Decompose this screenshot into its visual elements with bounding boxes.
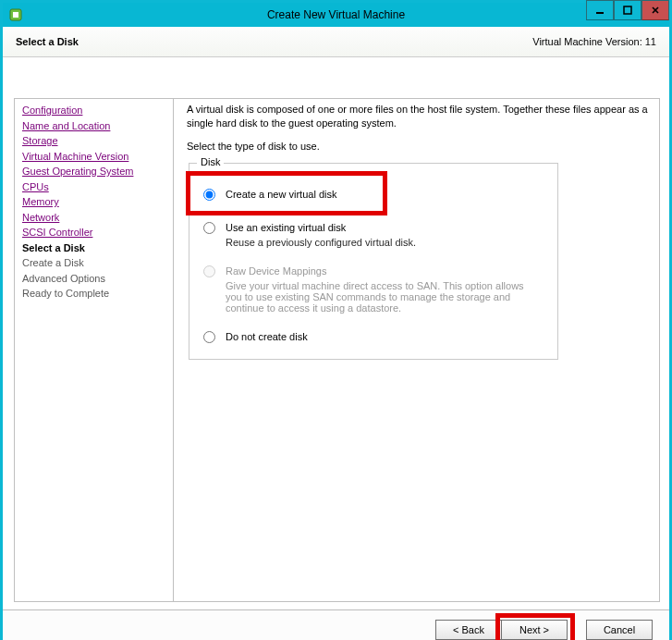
intro-text-2: Select the type of disk to use. [187,140,650,154]
intro-text-1: A virtual disk is composed of one or mor… [187,103,650,130]
step-advanced-options: Advanced Options [22,271,167,287]
step-select-disk: Select a Disk [22,240,167,256]
wizard-content: A virtual disk is composed of one or mor… [173,98,660,602]
radio-do-not-create-disk-label: Do not create disk [226,330,308,343]
back-button[interactable]: < Back [435,620,502,640]
radio-use-existing-disk-label: Use an existing virtual disk [226,221,416,234]
radio-raw-device-mappings-label: Raw Device Mappings [226,265,531,277]
radio-create-new-disk[interactable] [203,189,215,201]
wizard-header: Select a Disk Virtual Machine Version: 1… [3,27,669,57]
svg-rect-2 [596,12,604,14]
step-name-location[interactable]: Name and Location [22,118,167,134]
next-button[interactable]: Next > [501,620,568,640]
radio-use-existing-disk[interactable] [203,222,215,234]
window-title: Create New Virtual Machine [3,8,669,21]
step-network[interactable]: Network [22,210,167,226]
maximize-button[interactable] [614,0,641,20]
radio-raw-device-mappings [203,265,215,277]
vm-version-label: Virtual Machine Version: 11 [532,36,656,47]
step-vm-version[interactable]: Virtual Machine Version [22,149,167,165]
close-button[interactable] [641,0,669,20]
step-scsi-controller[interactable]: SCSI Controller [22,225,167,240]
radio-use-existing-disk-desc: Reuse a previously configured virtual di… [226,237,416,248]
radio-do-not-create-disk[interactable] [203,331,215,343]
group-legend: Disk [197,156,224,167]
cancel-button[interactable]: Cancel [586,620,653,640]
radio-create-new-disk-label: Create a new virtual disk [226,188,336,201]
step-storage[interactable]: Storage [22,133,167,149]
page-title: Select a Disk [16,36,79,47]
minimize-button[interactable] [586,0,614,20]
step-create-disk: Create a Disk [22,255,167,271]
step-memory[interactable]: Memory [22,194,167,210]
wizard-footer: < Back Next > Cancel [3,609,669,640]
wizard-steps-sidebar: Configuration Name and Location Storage … [14,98,173,602]
radio-raw-device-mappings-desc: Give your virtual machine direct access … [226,280,531,314]
step-configuration[interactable]: Configuration [22,103,167,118]
window-frame: Create New Virtual Machine Select a Disk… [0,0,672,640]
step-cpus[interactable]: CPUs [22,179,167,195]
titlebar: Create New Virtual Machine [3,3,669,27]
disk-type-group: Disk Create a new virtual disk Use an ex… [189,163,558,360]
svg-rect-3 [624,6,631,14]
step-ready-complete: Ready to Complete [22,286,167,302]
step-guest-os[interactable]: Guest Operating System [22,164,167,179]
